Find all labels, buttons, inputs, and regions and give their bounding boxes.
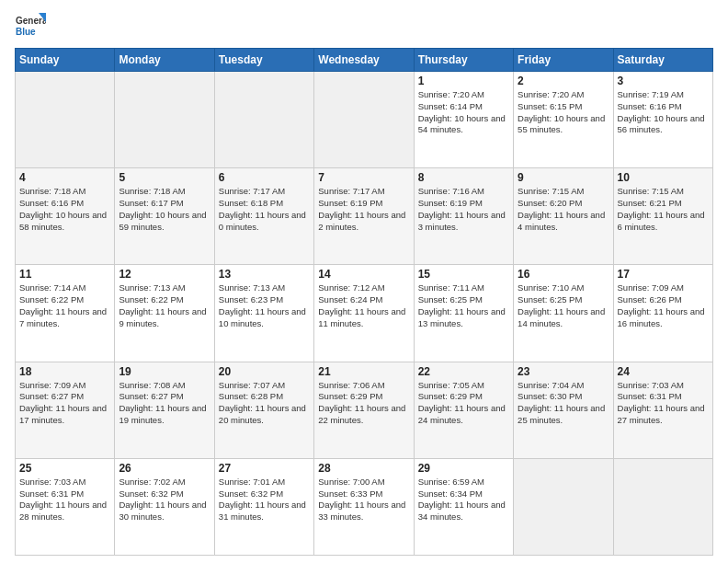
sunset-label: Sunset: 6:29 PM	[418, 391, 483, 401]
day-number: 10	[618, 171, 709, 184]
sunset-label: Sunset: 6:16 PM	[618, 101, 682, 111]
day-cell-21: 21Sunrise: 7:06 AMSunset: 6:29 PMDayligh…	[314, 362, 414, 458]
sunrise-label: Sunrise: 7:09 AM	[618, 282, 684, 293]
sunrise-label: Sunrise: 7:14 AM	[19, 282, 85, 293]
day-cell-7: 7Sunrise: 7:17 AMSunset: 6:19 PMDaylight…	[314, 168, 414, 265]
daylight-label: Daylight: 11 hours and 27 minutes.	[618, 403, 705, 425]
day-cell-1: 1Sunrise: 7:20 AMSunset: 6:14 PMDaylight…	[414, 72, 513, 168]
sunset-label: Sunset: 6:19 PM	[418, 198, 483, 208]
day-number: 13	[219, 268, 310, 281]
sunset-label: Sunset: 6:32 PM	[219, 488, 283, 499]
sunrise-label: Sunrise: 7:12 AM	[318, 282, 384, 293]
sunrise-label: Sunrise: 7:08 AM	[119, 380, 185, 390]
day-info: Sunrise: 7:13 AMSunset: 6:22 PMDaylight:…	[119, 282, 210, 329]
daylight-label: Daylight: 11 hours and 10 minutes.	[219, 306, 306, 328]
day-cell-17: 17Sunrise: 7:09 AMSunset: 6:26 PMDayligh…	[613, 265, 712, 362]
calendar-week-4: 18Sunrise: 7:09 AMSunset: 6:27 PMDayligh…	[16, 362, 713, 458]
day-cell-26: 26Sunrise: 7:02 AMSunset: 6:32 PMDayligh…	[115, 458, 214, 555]
day-cell-3: 3Sunrise: 7:19 AMSunset: 6:16 PMDaylight…	[613, 72, 712, 168]
weekday-header-wednesday: Wednesday	[314, 49, 414, 72]
empty-cell	[115, 72, 214, 168]
daylight-label: Daylight: 11 hours and 6 minutes.	[618, 210, 705, 232]
sunset-label: Sunset: 6:22 PM	[119, 294, 183, 304]
sunrise-label: Sunrise: 7:13 AM	[219, 282, 285, 293]
sunrise-label: Sunrise: 7:11 AM	[418, 282, 484, 293]
day-info: Sunrise: 7:01 AMSunset: 6:32 PMDaylight:…	[219, 477, 310, 523]
sunrise-label: Sunrise: 7:20 AM	[518, 89, 584, 99]
sunset-label: Sunset: 6:15 PM	[518, 101, 582, 111]
day-number: 28	[318, 462, 409, 475]
day-info: Sunrise: 7:15 AMSunset: 6:21 PMDaylight:…	[618, 186, 709, 233]
day-info: Sunrise: 7:20 AMSunset: 6:14 PMDaylight:…	[418, 89, 509, 136]
sunset-label: Sunset: 6:23 PM	[219, 294, 283, 304]
daylight-label: Daylight: 11 hours and 17 minutes.	[19, 403, 107, 425]
sunrise-label: Sunrise: 6:59 AM	[418, 477, 484, 487]
calendar-week-3: 11Sunrise: 7:14 AMSunset: 6:22 PMDayligh…	[16, 265, 713, 362]
day-cell-27: 27Sunrise: 7:01 AMSunset: 6:32 PMDayligh…	[214, 458, 313, 555]
day-info: Sunrise: 7:18 AMSunset: 6:16 PMDaylight:…	[19, 186, 110, 233]
sunset-label: Sunset: 6:22 PM	[19, 294, 84, 304]
empty-cell	[514, 458, 613, 555]
day-info: Sunrise: 7:14 AMSunset: 6:22 PMDaylight:…	[19, 282, 110, 329]
sunset-label: Sunset: 6:25 PM	[418, 294, 483, 304]
day-info: Sunrise: 7:07 AMSunset: 6:28 PMDaylight:…	[219, 380, 310, 427]
day-info: Sunrise: 7:00 AMSunset: 6:33 PMDaylight:…	[318, 477, 409, 523]
day-info: Sunrise: 7:06 AMSunset: 6:29 PMDaylight:…	[318, 380, 409, 427]
day-number: 3	[618, 75, 709, 87]
svg-text:General: General	[16, 16, 46, 26]
empty-cell	[16, 72, 115, 168]
sunset-label: Sunset: 6:26 PM	[618, 294, 682, 304]
sunset-label: Sunset: 6:27 PM	[119, 391, 183, 401]
day-cell-13: 13Sunrise: 7:13 AMSunset: 6:23 PMDayligh…	[214, 265, 313, 362]
calendar-header-row: SundayMondayTuesdayWednesdayThursdayFrid…	[16, 49, 713, 72]
day-cell-22: 22Sunrise: 7:05 AMSunset: 6:29 PMDayligh…	[414, 362, 513, 458]
weekday-header-saturday: Saturday	[613, 49, 712, 72]
sunset-label: Sunset: 6:24 PM	[318, 294, 382, 304]
sunset-label: Sunset: 6:27 PM	[19, 391, 84, 401]
day-info: Sunrise: 7:02 AMSunset: 6:32 PMDaylight:…	[119, 477, 210, 523]
daylight-label: Daylight: 11 hours and 34 minutes.	[418, 500, 506, 522]
day-number: 24	[618, 365, 709, 378]
weekday-header-thursday: Thursday	[414, 49, 513, 72]
weekday-header-tuesday: Tuesday	[214, 49, 313, 72]
day-number: 8	[418, 171, 509, 184]
daylight-label: Daylight: 11 hours and 30 minutes.	[119, 500, 206, 522]
sunset-label: Sunset: 6:34 PM	[418, 488, 483, 499]
day-number: 22	[418, 365, 509, 378]
day-info: Sunrise: 7:03 AMSunset: 6:31 PMDaylight:…	[19, 477, 110, 523]
daylight-label: Daylight: 11 hours and 33 minutes.	[318, 500, 405, 522]
day-cell-11: 11Sunrise: 7:14 AMSunset: 6:22 PMDayligh…	[16, 265, 115, 362]
empty-cell	[314, 72, 414, 168]
day-cell-18: 18Sunrise: 7:09 AMSunset: 6:27 PMDayligh…	[16, 362, 115, 458]
logo-icon: General Blue	[15, 11, 46, 42]
sunrise-label: Sunrise: 7:17 AM	[219, 186, 285, 196]
day-cell-24: 24Sunrise: 7:03 AMSunset: 6:31 PMDayligh…	[613, 362, 712, 458]
daylight-label: Daylight: 11 hours and 22 minutes.	[318, 403, 405, 425]
day-info: Sunrise: 7:12 AMSunset: 6:24 PMDaylight:…	[318, 282, 409, 329]
day-info: Sunrise: 7:04 AMSunset: 6:30 PMDaylight:…	[518, 380, 609, 427]
daylight-label: Daylight: 10 hours and 58 minutes.	[19, 210, 107, 232]
logo: General Blue	[15, 11, 46, 42]
day-cell-15: 15Sunrise: 7:11 AMSunset: 6:25 PMDayligh…	[414, 265, 513, 362]
day-cell-29: 29Sunrise: 6:59 AMSunset: 6:34 PMDayligh…	[414, 458, 513, 555]
day-number: 7	[318, 171, 409, 184]
day-cell-8: 8Sunrise: 7:16 AMSunset: 6:19 PMDaylight…	[414, 168, 513, 265]
empty-cell	[214, 72, 313, 168]
page: General Blue SundayMondayTuesdayWednesda…	[0, 0, 728, 563]
sunrise-label: Sunrise: 7:15 AM	[618, 186, 684, 196]
sunrise-label: Sunrise: 7:15 AM	[518, 186, 584, 196]
sunrise-label: Sunrise: 7:03 AM	[618, 380, 684, 390]
day-cell-25: 25Sunrise: 7:03 AMSunset: 6:31 PMDayligh…	[16, 458, 115, 555]
sunset-label: Sunset: 6:16 PM	[19, 198, 84, 208]
daylight-label: Daylight: 11 hours and 11 minutes.	[318, 306, 405, 328]
day-cell-16: 16Sunrise: 7:10 AMSunset: 6:25 PMDayligh…	[514, 265, 613, 362]
empty-cell	[613, 458, 712, 555]
sunset-label: Sunset: 6:30 PM	[518, 391, 582, 401]
day-cell-6: 6Sunrise: 7:17 AMSunset: 6:18 PMDaylight…	[214, 168, 313, 265]
sunrise-label: Sunrise: 7:03 AM	[19, 477, 85, 487]
header: General Blue	[15, 11, 713, 42]
day-info: Sunrise: 7:10 AMSunset: 6:25 PMDaylight:…	[518, 282, 609, 329]
daylight-label: Daylight: 11 hours and 28 minutes.	[19, 500, 107, 522]
daylight-label: Daylight: 11 hours and 19 minutes.	[119, 403, 206, 425]
sunrise-label: Sunrise: 7:13 AM	[119, 282, 185, 293]
